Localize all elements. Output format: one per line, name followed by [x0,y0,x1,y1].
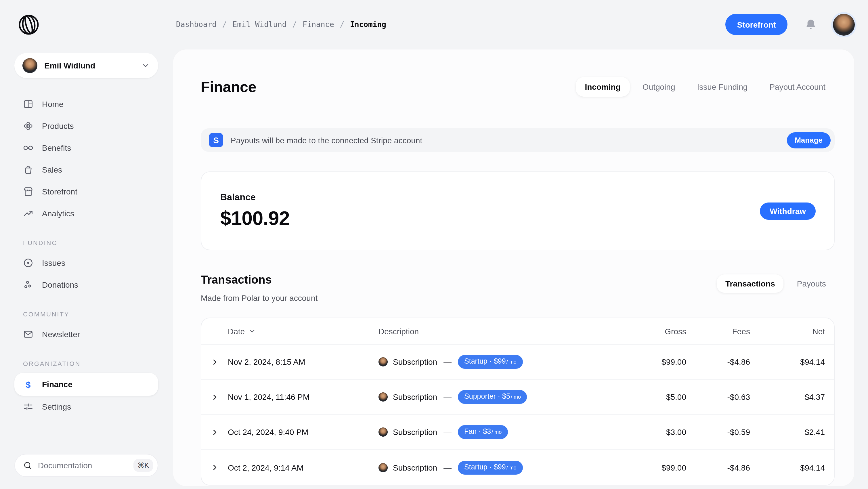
breadcrumb-finance[interactable]: Finance [303,20,334,29]
balance-label: Balance [220,192,290,203]
gross-amount: $99.00 [612,463,686,472]
home-panels-icon [23,99,33,109]
circle-dot-icon [23,258,33,268]
sidebar-item-donations[interactable]: Donations [14,274,158,296]
stripe-notice-text: Payouts will be made to the connected St… [231,135,422,145]
polar-logo-icon[interactable] [17,13,40,36]
em-dash: — [443,392,452,402]
app-screen: Dashboard / Emil Widlund / Finance / Inc… [0,0,868,489]
sort-chevron-down-icon [248,327,256,335]
transactions-title: Transactions [201,273,317,286]
sidebar-item-storefront[interactable]: Storefront [14,181,158,203]
breadcrumb-dashboard[interactable]: Dashboard [176,20,217,29]
tab-payout-account[interactable]: Payout Account [760,77,835,97]
sidebar-item-settings[interactable]: Settings [14,396,158,418]
tab-incoming[interactable]: Incoming [576,77,629,97]
transaction-type: Subscription [393,463,437,472]
fees-amount: -$0.63 [686,392,750,402]
transaction-date: Nov 2, 2024, 8:15 AM [228,357,378,366]
manage-button[interactable]: Manage [786,132,831,148]
expand-row-chevron-icon[interactable] [210,428,219,436]
breadcrumb-separator: / [340,20,345,29]
transaction-date: Nov 1, 2024, 11:46 PM [228,392,378,402]
column-header-description: Description [378,327,612,336]
main-panel: Finance Incoming Outgoing Issue Funding … [173,49,855,487]
fees-amount: -$0.59 [686,427,750,437]
sidebar-item-label: Home [42,99,64,109]
table-row[interactable]: Oct 24, 2024, 9:40 PM Subscription — Fan… [201,415,834,450]
gross-amount: $99.00 [612,357,686,366]
sidebar-item-label: Settings [42,402,71,411]
toggle-transactions[interactable]: Transactions [717,274,784,293]
sidebar-item-benefits[interactable]: Benefits [14,137,158,159]
breadcrumb-incoming: Incoming [350,20,386,29]
toggle-payouts[interactable]: Payouts [788,274,835,293]
transaction-type: Subscription [393,392,437,402]
shopping-bag-icon [23,164,33,175]
breadcrumb-org[interactable]: Emil Widlund [233,20,287,29]
keyboard-shortcut-badge: ⌘K [133,459,153,472]
plan-badge[interactable]: Fan · $3/ mo [458,425,508,439]
search-icon [23,461,32,470]
transactions-table: Date Description Gross Fees Net Nov 2, 2… [201,317,835,486]
column-header-gross: Gross [612,327,686,336]
notifications-bell-icon[interactable] [805,19,817,30]
column-header-date[interactable]: Date [228,327,378,336]
store-icon [23,186,33,197]
sidebar-item-label: Products [42,121,74,131]
plan-badge[interactable]: Startup · $99/ mo [458,461,523,474]
table-row[interactable]: Nov 2, 2024, 8:15 AM Subscription — Star… [201,345,834,380]
sidebar-nav: Home Products Benefits Sales Storefront [14,93,158,418]
sidebar-item-sales[interactable]: Sales [14,159,158,181]
search-input[interactable] [38,461,133,470]
tab-outgoing[interactable]: Outgoing [633,77,684,97]
table-row[interactable]: Nov 1, 2024, 11:46 PM Subscription — Sup… [201,380,834,415]
sidebar-item-analytics[interactable]: Analytics [14,203,158,224]
sidebar-section-organization: ORGANIZATION [23,360,158,367]
page-header: Finance Incoming Outgoing Issue Funding … [201,77,835,97]
circles-cluster-icon [23,280,33,290]
sidebar-item-home[interactable]: Home [14,93,158,115]
balance-amount: $100.92 [220,207,290,230]
sliders-icon [23,402,33,412]
transactions-subtitle: Made from Polar to your account [201,294,317,303]
breadcrumb-separator: / [292,20,297,29]
transactions-toggle: Transactions Payouts [717,274,835,293]
documentation-search[interactable]: ⌘K [14,454,158,477]
expand-row-chevron-icon[interactable] [210,463,219,472]
storefront-button[interactable]: Storefront [725,14,787,35]
em-dash: — [443,463,452,472]
tab-issue-funding[interactable]: Issue Funding [688,77,757,97]
fees-amount: -$4.86 [686,463,750,472]
sidebar-item-label: Analytics [42,209,74,218]
stripe-notice-banner: S Payouts will be made to the connected … [201,128,835,152]
dollar-icon: $ [23,379,33,389]
sidebar-item-newsletter[interactable]: Newsletter [14,323,158,345]
user-avatar[interactable] [833,13,855,35]
sidebar-section-community: COMMUNITY [23,311,158,317]
sidebar-item-label: Newsletter [42,330,80,339]
withdraw-button[interactable]: Withdraw [760,202,816,219]
breadcrumb-separator: / [222,20,227,29]
table-row[interactable]: Oct 2, 2024, 9:14 AM Subscription — Star… [201,450,834,485]
workspace-switcher[interactable]: Emil Widlund [14,53,158,78]
column-header-net: Net [750,327,834,336]
plan-badge[interactable]: Supporter · $5/ mo [458,390,527,404]
mail-icon [23,329,33,339]
plan-badge[interactable]: Startup · $99/ mo [458,355,523,369]
sidebar-item-issues[interactable]: Issues [14,252,158,274]
sidebar-item-products[interactable]: Products [14,115,158,137]
sidebar-item-label: Benefits [42,143,71,152]
column-header-fees: Fees [686,327,750,336]
expand-row-chevron-icon[interactable] [210,358,219,366]
expand-row-chevron-icon[interactable] [210,393,219,401]
breadcrumb: Dashboard / Emil Widlund / Finance / Inc… [176,20,386,29]
table-header-row: Date Description Gross Fees Net [201,318,834,345]
net-amount: $94.14 [750,463,834,472]
customer-avatar [378,427,388,437]
gross-amount: $5.00 [612,392,686,402]
sidebar-item-label: Storefront [42,187,78,196]
chevron-down-icon [141,61,150,70]
sidebar-item-finance[interactable]: $ Finance [14,373,158,396]
trending-up-icon [23,208,33,219]
